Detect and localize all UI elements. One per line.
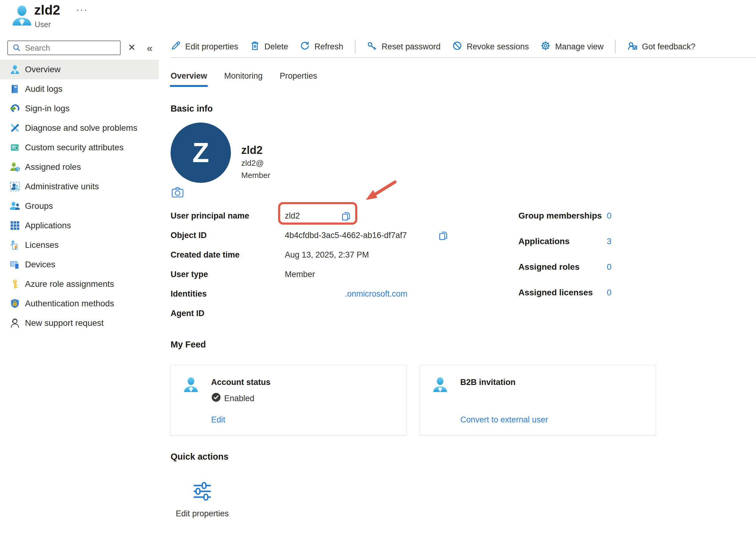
- detail-row-user-type: User type Member: [171, 265, 506, 284]
- sidebar-item-groups[interactable]: Groups: [0, 196, 159, 216]
- refresh-button[interactable]: Refresh: [300, 41, 343, 53]
- avatar: Z: [171, 123, 231, 183]
- people-icon: [10, 201, 20, 211]
- profile-membership: Member: [241, 171, 270, 180]
- tab-bar: Overview Monitoring Properties: [170, 70, 318, 87]
- manage-view-button[interactable]: Manage view: [540, 41, 604, 53]
- group-memberships-count-link[interactable]: 0: [607, 211, 612, 221]
- user-type-value: Member: [285, 270, 315, 279]
- user-avatar-icon: [10, 4, 34, 27]
- sidebar-item-assigned-roles[interactable]: Assigned roles: [0, 157, 159, 177]
- gear-icon: [540, 41, 551, 53]
- attributes-card-icon: [10, 142, 20, 153]
- revoke-sessions-button[interactable]: Revoke sessions: [452, 41, 529, 53]
- grid-icon: [10, 220, 20, 231]
- got-feedback-button[interactable]: Got feedback?: [627, 41, 695, 53]
- basic-info-details: User principal name zld2 Object ID 4b4cf…: [171, 206, 506, 323]
- sidebar-item-sign-in-logs[interactable]: Sign-in logs: [0, 99, 159, 118]
- refresh-icon: [300, 41, 310, 53]
- user-icon: [182, 376, 200, 394]
- assigned-licenses-count-link[interactable]: 0: [607, 288, 612, 297]
- sidebar-item-diagnose[interactable]: Diagnose and solve problems: [0, 118, 159, 138]
- page-title: zld2: [34, 2, 60, 18]
- quick-action-label: Edit properties: [175, 509, 230, 519]
- sidebar-item-azure-role-assignments[interactable]: Azure role assignments: [0, 274, 159, 294]
- detail-row-object-id: Object ID 4b4cfdbd-3ac5-4662-ab16-df7af7: [171, 226, 506, 245]
- object-id-value: 4b4cfdbd-3ac5-4662-ab16-df7af7: [285, 231, 407, 240]
- support-person-icon: [10, 318, 20, 328]
- edit-account-status-link[interactable]: Edit: [211, 415, 226, 425]
- detail-row-identities: Identities .onmicrosoft.com: [171, 284, 506, 304]
- copy-icon[interactable]: [438, 230, 449, 243]
- account-status-card: Account status Enabled Edit: [170, 365, 407, 435]
- key-outline-icon: [367, 41, 377, 53]
- collapse-sidebar-button[interactable]: «: [147, 42, 152, 54]
- sign-in-icon: [10, 103, 20, 114]
- clear-search-button[interactable]: ✕: [128, 42, 136, 53]
- tab-overview[interactable]: Overview: [170, 70, 208, 87]
- applications-count-link[interactable]: 3: [607, 237, 612, 246]
- camera-icon[interactable]: [171, 186, 184, 199]
- assigned-roles-count-link[interactable]: 0: [607, 262, 612, 272]
- shield-lock-icon: [10, 298, 20, 309]
- book-icon: [10, 84, 20, 95]
- profile-email: zld2@: [241, 158, 264, 168]
- sidebar-item-licenses[interactable]: Licenses: [0, 235, 159, 255]
- check-badge-icon: [211, 392, 221, 405]
- basic-info-heading: Basic info: [171, 104, 213, 114]
- stats-panel: Group memberships 0 Applications 3 Assig…: [518, 203, 612, 305]
- tab-properties[interactable]: Properties: [279, 70, 318, 87]
- sidebar-item-audit-logs[interactable]: Audit logs: [0, 79, 159, 99]
- card-title: Account status: [211, 378, 270, 387]
- pencil-icon: [171, 41, 181, 53]
- sidebar-search: [7, 41, 121, 55]
- card-title: B2B invitation: [460, 378, 516, 387]
- search-icon: [12, 43, 21, 52]
- toolbar-divider: [615, 40, 616, 54]
- more-menu-button[interactable]: ···: [76, 4, 88, 14]
- identities-link[interactable]: .onmicrosoft.com: [345, 289, 408, 299]
- profile-display-name: zld2: [241, 144, 262, 157]
- sidebar: Overview Audit logs Sign-in logs: [0, 60, 159, 333]
- stat-applications: Applications 3: [518, 229, 612, 254]
- b2b-invitation-card: B2B invitation Convert to external user: [419, 365, 656, 435]
- quick-action-edit-properties[interactable]: Edit properties: [175, 474, 230, 519]
- user-icon: [10, 64, 20, 75]
- admin-unit-icon: [10, 181, 20, 192]
- devices-icon: [10, 259, 20, 270]
- annotation-arrow: [361, 178, 404, 208]
- edit-properties-button[interactable]: Edit properties: [171, 41, 238, 53]
- person-role-icon: [10, 161, 20, 173]
- convert-to-external-user-link[interactable]: Convert to external user: [460, 415, 548, 425]
- tools-icon: [10, 123, 20, 133]
- trash-icon: [250, 41, 260, 53]
- upn-value: zld2: [285, 211, 300, 221]
- detail-row-agent-id: Agent ID: [171, 304, 506, 323]
- sidebar-item-authentication-methods[interactable]: Authentication methods: [0, 294, 159, 313]
- delete-button[interactable]: Delete: [250, 41, 288, 53]
- sidebar-item-applications[interactable]: Applications: [0, 216, 159, 235]
- stat-assigned-licenses: Assigned licenses 0: [518, 280, 612, 305]
- sidebar-item-overview[interactable]: Overview: [0, 60, 159, 79]
- created-value: Aug 13, 2025, 2:37 PM: [285, 250, 369, 260]
- toolbar-divider-line: [171, 57, 756, 58]
- quick-actions-heading: Quick actions: [171, 452, 229, 462]
- toolbar-divider: [355, 40, 356, 54]
- account-status-value: Enabled: [211, 392, 254, 405]
- copy-icon[interactable]: [340, 211, 352, 224]
- tab-monitoring[interactable]: Monitoring: [224, 70, 263, 87]
- reset-password-button[interactable]: Reset password: [367, 41, 441, 53]
- sidebar-item-custom-security-attributes[interactable]: Custom security attributes: [0, 138, 159, 157]
- avatar-initial: Z: [193, 137, 209, 169]
- sliders-icon: [193, 482, 212, 501]
- sidebar-item-administrative-units[interactable]: Administrative units: [0, 177, 159, 196]
- sidebar-item-devices[interactable]: Devices: [0, 255, 159, 274]
- user-icon: [432, 376, 449, 394]
- detail-row-upn: User principal name zld2: [171, 206, 506, 226]
- stat-group-memberships: Group memberships 0: [518, 203, 612, 229]
- sidebar-item-new-support-request[interactable]: New support request: [0, 313, 159, 333]
- search-input[interactable]: [25, 43, 110, 53]
- block-icon: [452, 41, 462, 53]
- feedback-icon: [627, 41, 637, 53]
- license-icon: [10, 239, 20, 251]
